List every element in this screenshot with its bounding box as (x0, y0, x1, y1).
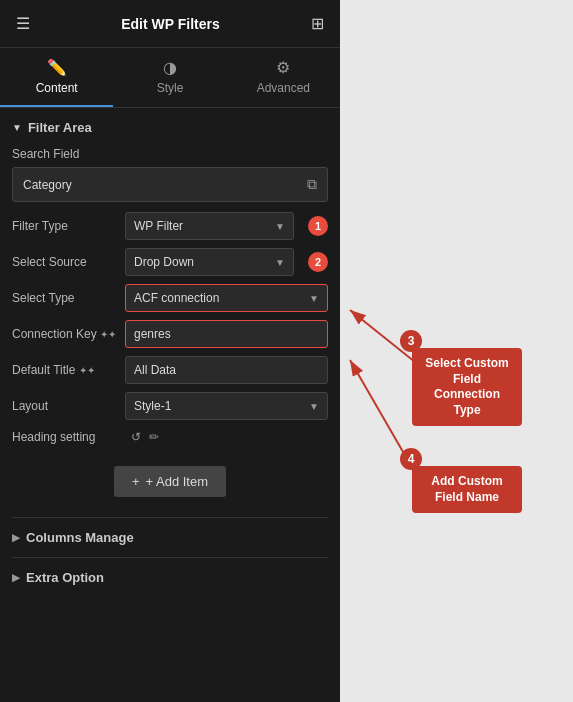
tab-content[interactable]: ✏️ Content (0, 48, 113, 107)
add-item-label: + Add Item (146, 474, 209, 489)
layout-row: Layout Style-1 ▼ (12, 392, 328, 420)
filter-type-dropdown[interactable]: WP Filter ▼ (125, 212, 294, 240)
chevron-right-icon: ▶ (12, 532, 20, 543)
callout-4-text: Add Custom Field Name (431, 474, 502, 504)
badge-1: 1 (308, 216, 328, 236)
page-title: Edit WP Filters (30, 16, 311, 32)
filter-type-value: WP Filter (134, 219, 275, 233)
dropdown-arrow-4-icon: ▼ (309, 401, 319, 412)
select-source-label: Select Source (12, 255, 117, 269)
layout-dropdown[interactable]: Style-1 ▼ (125, 392, 328, 420)
filter-area-header[interactable]: ▼ Filter Area (12, 120, 328, 135)
connection-key-label: Connection Key ✦✦ (12, 327, 117, 341)
default-title-label: Default Title ✦✦ (12, 363, 117, 377)
section-arrow-icon: ▼ (12, 122, 22, 133)
connection-key-row: Connection Key ✦✦ (12, 320, 328, 348)
badge-2: 2 (308, 252, 328, 272)
callout-4: Add Custom Field Name (412, 466, 522, 513)
add-item-button[interactable]: + + Add Item (114, 466, 226, 497)
extra-option-section: ▶ Extra Option (12, 557, 328, 597)
default-title-input[interactable] (125, 356, 328, 384)
extra-option-label: Extra Option (26, 570, 104, 585)
layout-label: Layout (12, 399, 117, 413)
filter-area-label: Filter Area (28, 120, 92, 135)
grid-icon[interactable]: ⊞ (311, 14, 324, 33)
select-type-label: Select Type (12, 291, 117, 305)
dropdown-arrow-icon: ▼ (275, 221, 285, 232)
default-title-row: Default Title ✦✦ (12, 356, 328, 384)
callout-3: Select Custom Field Connection Type (412, 348, 522, 426)
top-bar: ☰ Edit WP Filters ⊞ (0, 0, 340, 48)
tab-advanced-label: Advanced (257, 81, 310, 95)
select-source-row: Select Source Drop Down ▼ 2 (12, 248, 328, 276)
select-type-row: Select Type ACF connection ▼ (12, 284, 328, 312)
connection-key-input[interactable] (125, 320, 328, 348)
heading-setting-row: Heading setting ↺ ✏ (12, 428, 328, 446)
layout-value: Style-1 (134, 399, 309, 413)
reset-icon[interactable]: ↺ (129, 428, 143, 446)
plus-icon: + (132, 474, 140, 489)
filter-type-label: Filter Type (12, 219, 117, 233)
dropdown-arrow-2-icon: ▼ (275, 257, 285, 268)
style-icon: ◑ (163, 58, 177, 77)
copy-icon[interactable]: ⧉ (307, 176, 317, 193)
chevron-right-2-icon: ▶ (12, 572, 20, 583)
edit-icon[interactable]: ✏ (147, 428, 161, 446)
filter-type-row: Filter Type WP Filter ▼ 1 (12, 212, 328, 240)
columns-manage-header[interactable]: ▶ Columns Manage (12, 530, 328, 545)
sidebar-content: ▼ Filter Area Search Field Category ⧉ Fi… (0, 108, 340, 702)
extra-option-header[interactable]: ▶ Extra Option (12, 570, 328, 585)
sidebar: ☰ Edit WP Filters ⊞ ✏️ Content ◑ Style ⚙… (0, 0, 340, 702)
stars-icon: ✦✦ (100, 329, 116, 340)
select-source-dropdown[interactable]: Drop Down ▼ (125, 248, 294, 276)
heading-actions: ↺ ✏ (129, 428, 161, 446)
tab-style-label: Style (157, 81, 184, 95)
heading-setting-label: Heading setting (12, 430, 117, 444)
dropdown-arrow-3-icon: ▼ (309, 293, 319, 304)
tabs-bar: ✏️ Content ◑ Style ⚙ Advanced (0, 48, 340, 108)
pencil-icon: ✏️ (47, 58, 67, 77)
stars-2-icon: ✦✦ (79, 365, 95, 376)
right-panel: 3 Select Custom Field Connection Type 4 … (340, 0, 573, 702)
callout-3-text: Select Custom Field Connection Type (425, 356, 508, 417)
select-type-value: ACF connection (134, 291, 309, 305)
category-field: Category ⧉ (12, 167, 328, 202)
hamburger-icon[interactable]: ☰ (16, 14, 30, 33)
select-type-dropdown[interactable]: ACF connection ▼ (125, 284, 328, 312)
tab-advanced[interactable]: ⚙ Advanced (227, 48, 340, 107)
category-value: Category (23, 178, 72, 192)
select-source-value: Drop Down (134, 255, 275, 269)
tab-content-label: Content (36, 81, 78, 95)
search-field-label: Search Field (12, 147, 328, 161)
columns-manage-section: ▶ Columns Manage (12, 517, 328, 557)
gear-icon: ⚙ (276, 58, 290, 77)
tab-style[interactable]: ◑ Style (113, 48, 226, 107)
add-item-container: + + Add Item (12, 456, 328, 507)
columns-manage-label: Columns Manage (26, 530, 134, 545)
